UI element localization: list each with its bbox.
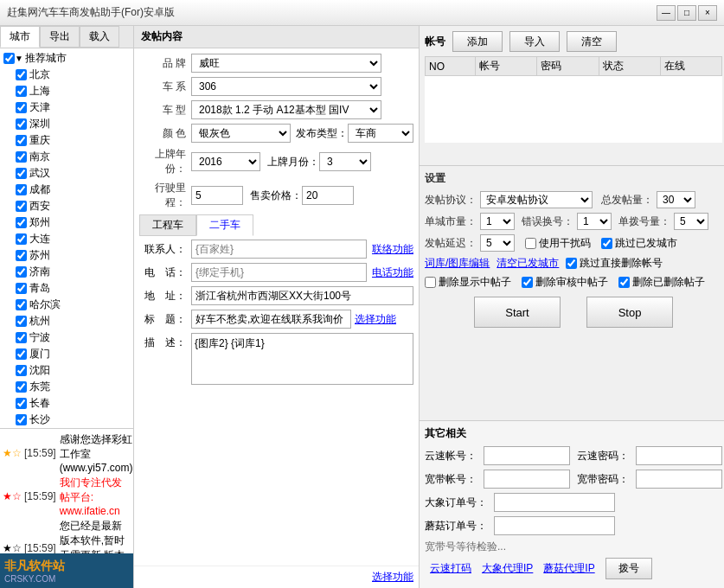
error-select[interactable]: 1 xyxy=(577,213,612,230)
post-title-input[interactable] xyxy=(191,310,351,329)
elephant-input[interactable] xyxy=(494,493,615,512)
yun-pwd-label: 云速密码： xyxy=(577,449,629,463)
model-select[interactable]: 2018款 1.2 手动 A12基本型 国IV xyxy=(191,100,381,119)
contact-name-input[interactable] xyxy=(191,240,367,259)
del-deleted-checkbox[interactable] xyxy=(618,277,630,288)
window-controls: — □ × xyxy=(657,5,717,21)
broadband-check-text: 宽带号等待检验... xyxy=(425,540,722,554)
tree-group-recommended[interactable]: ▼ 推荐城市 xyxy=(2,50,131,67)
left-tab-bar: 城市 导出 载入 xyxy=(0,26,133,48)
mushroom-proxy-link[interactable]: 蘑菇代理IP xyxy=(543,561,594,576)
broad-pwd-input[interactable] xyxy=(636,470,722,489)
list-item: 武汉 xyxy=(16,165,131,182)
start-button[interactable]: Start xyxy=(474,297,561,328)
list-item: 成都 xyxy=(16,182,131,198)
other-section: 其它相关 云速帐号： 云速密码： 宽带帐号： 宽带密码： 大象订单号： xyxy=(420,420,724,588)
yun-acct-input[interactable] xyxy=(484,446,570,465)
tab-city[interactable]: 城市 xyxy=(0,26,40,48)
logo-sub: CRSKY.COM xyxy=(4,574,65,584)
protocol-select[interactable]: 安卓发帖协议 xyxy=(480,191,593,208)
lib-edit-link[interactable]: 词库/图库编辑 xyxy=(425,256,490,271)
tab-export[interactable]: 导出 xyxy=(40,26,80,48)
minimize-button[interactable]: — xyxy=(657,5,676,21)
list-item: 长春 xyxy=(16,395,131,412)
car-type-tabs: 工程车 二手车 xyxy=(139,214,413,236)
col-status: 状态 xyxy=(599,57,660,76)
elephant-row: 大象订单号： xyxy=(425,493,722,512)
del-review-checkbox[interactable] xyxy=(522,277,533,288)
skip-city-checkbox[interactable] xyxy=(601,238,612,249)
publish-type-select[interactable]: 车商 xyxy=(348,124,414,143)
settings-row-amounts: 单城市量： 1 错误换号： 1 单拨号量： 5 xyxy=(425,213,722,230)
list-item: 沈阳 xyxy=(16,362,131,379)
bottom-func-link[interactable]: 选择功能 xyxy=(372,571,413,583)
log-star-icon: ★☆ xyxy=(3,542,22,553)
price-input[interactable] xyxy=(302,186,354,205)
desc-input[interactable]: {图库2} {词库1} xyxy=(191,333,413,385)
captcha-checkbox-label: 使用干扰码 xyxy=(525,236,591,251)
logo-main: 非凡软件站 xyxy=(4,559,65,574)
list-item: 厦门 xyxy=(16,346,131,362)
yun-speed-link[interactable]: 云速打码 xyxy=(430,561,471,576)
city-amount-select[interactable]: 1 xyxy=(480,213,515,230)
clear-city-link[interactable]: 清空已发城市 xyxy=(497,256,559,271)
logo: 非凡软件站 CRSKY.COM xyxy=(4,559,65,584)
elephant-proxy-link[interactable]: 大象代理IP xyxy=(482,561,533,576)
desc-row: 描 述： {图库2} {词库1} xyxy=(139,333,413,385)
broad-acct-input[interactable] xyxy=(484,470,570,489)
single-label: 单拨号量： xyxy=(618,214,670,229)
single-select[interactable]: 5 xyxy=(674,213,708,230)
year-label: 上牌年份： xyxy=(139,147,191,176)
tab-used-car[interactable]: 二手车 xyxy=(196,214,253,236)
delay-label: 发帖延迟： xyxy=(425,236,477,251)
publish-type-label: 发布类型： xyxy=(296,126,348,141)
tab-load[interactable]: 载入 xyxy=(80,26,119,48)
dial-button[interactable]: 拨号 xyxy=(605,558,652,579)
price-label: 售卖价格： xyxy=(250,189,302,203)
skip-city-checkbox-label: 跳过已发城市 xyxy=(601,236,677,251)
total-select[interactable]: 30 xyxy=(657,191,695,208)
broadband-row: 宽带帐号： 宽带密码： xyxy=(425,470,722,489)
address-input[interactable] xyxy=(191,286,413,305)
phone-input[interactable] xyxy=(191,263,367,282)
restore-button[interactable]: □ xyxy=(677,5,696,21)
yun-pwd-input[interactable] xyxy=(636,446,722,465)
skip-delete-checkbox[interactable] xyxy=(566,258,577,269)
mushroom-input[interactable] xyxy=(494,516,615,535)
close-button[interactable]: × xyxy=(698,5,717,21)
recommended-checkbox[interactable] xyxy=(3,53,15,64)
clear-account-button[interactable]: 清空 xyxy=(567,31,617,52)
elephant-label: 大象订单号： xyxy=(425,495,487,510)
list-item: ★☆ [15:59] 您已经是最新版本软件,暂时无需更新,版本号:1.1.1 xyxy=(3,518,131,553)
color-select[interactable]: 银灰色 xyxy=(191,124,291,143)
mushroom-row: 蘑菇订单号： xyxy=(425,516,722,535)
series-select[interactable]: 306 xyxy=(191,77,381,96)
account-section: 帐号 添加 导入 清空 NO 帐号 密码 状态 在线 xyxy=(420,26,724,166)
month-select[interactable]: 3 xyxy=(319,152,371,171)
month-label: 上牌月份： xyxy=(267,155,319,169)
post-title-label: 标 题： xyxy=(139,312,191,327)
series-row: 车 系 306 xyxy=(139,77,413,96)
stop-button[interactable]: Stop xyxy=(586,297,673,328)
settings-title: 设置 xyxy=(425,171,722,186)
contact-func-link[interactable]: 联络功能 xyxy=(372,242,413,257)
year-select[interactable]: 2016 xyxy=(191,152,260,171)
captcha-checkbox[interactable] xyxy=(525,238,536,249)
left-panel: 城市 导出 载入 ▼ 推荐城市 北京 上海 天津 深圳 重庆 南京 武汉 成都 … xyxy=(0,26,134,588)
del-show-label: 删除显示中帖子 xyxy=(425,275,511,290)
log-star-icon: ★☆ xyxy=(3,447,22,459)
error-label: 错误换号： xyxy=(522,214,573,229)
total-label: 总发帖量： xyxy=(601,193,653,208)
brand-select[interactable]: 威旺 xyxy=(191,54,381,73)
add-account-button[interactable]: 添加 xyxy=(452,31,503,52)
delete-checkboxes-row: 删除显示中帖子 删除审核中帖子 删除已删除帖子 xyxy=(425,275,722,290)
city-amount-label: 单城市量： xyxy=(425,214,477,229)
title-func-link[interactable]: 选择功能 xyxy=(355,312,396,327)
del-show-checkbox[interactable] xyxy=(425,277,436,288)
phone-func-link[interactable]: 电话功能 xyxy=(372,265,413,280)
yun-acct-label: 云速帐号： xyxy=(425,449,477,463)
mileage-input[interactable] xyxy=(191,186,243,205)
delay-select[interactable]: 5 xyxy=(480,234,515,252)
import-account-button[interactable]: 导入 xyxy=(509,31,560,52)
tab-construction-vehicle[interactable]: 工程车 xyxy=(139,214,196,236)
